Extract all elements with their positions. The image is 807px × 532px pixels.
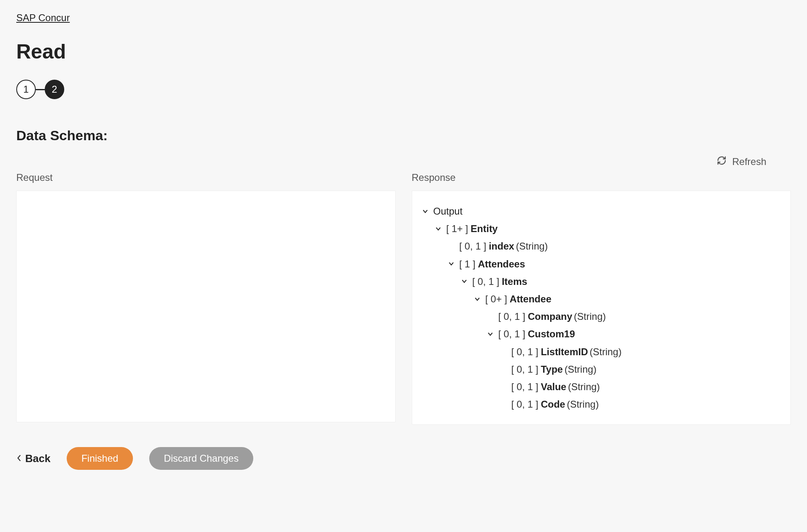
request-column: Request	[16, 172, 396, 425]
refresh-button[interactable]: Refresh	[717, 156, 766, 168]
tree-node-index[interactable]: [ 0, 1 ] index (String)	[420, 237, 783, 255]
chevron-left-icon	[16, 452, 22, 465]
tree-node-code-field[interactable]: [ 0, 1 ] Code (String)	[420, 395, 783, 413]
tree-node-cardinality: [ 0, 1 ]	[498, 325, 526, 343]
tree-node-label: Custom19	[528, 325, 575, 343]
tree-node-attendee[interactable]: [ 0+ ] Attendee	[420, 290, 783, 308]
request-header: Request	[16, 172, 396, 183]
tree-node-cardinality: [ 0, 1 ]	[498, 308, 526, 325]
tree-node-type: (String)	[567, 395, 599, 413]
response-header: Response	[412, 172, 791, 183]
tree-node-label: Attendee	[510, 290, 552, 308]
tree-node-cardinality: [ 1 ]	[459, 255, 476, 273]
tree-node-label: ListItemID	[541, 343, 588, 360]
finished-button[interactable]: Finished	[67, 447, 133, 470]
page-title: Read	[16, 40, 791, 63]
tree-node-output[interactable]: Output	[420, 202, 783, 220]
refresh-label: Refresh	[732, 156, 766, 167]
section-title: Data Schema:	[16, 128, 791, 143]
step-2[interactable]: 2	[45, 80, 64, 99]
tree-node-label: Code	[541, 395, 565, 413]
back-button[interactable]: Back	[16, 452, 50, 465]
tree-node-entity[interactable]: [ 1+ ] Entity	[420, 220, 783, 237]
tree-node-type: (String)	[516, 237, 548, 255]
tree-node-company[interactable]: [ 0, 1 ] Company (String)	[420, 308, 783, 325]
tree-node-type: (String)	[589, 343, 622, 360]
tree-node-cardinality: [ 0, 1 ]	[511, 360, 539, 378]
tree-node-type-field[interactable]: [ 0, 1 ] Type (String)	[420, 360, 783, 378]
tree-node-attendees[interactable]: [ 1 ] Attendees	[420, 255, 783, 273]
tree-node-label: Entity	[471, 220, 498, 237]
tree-node-type: (String)	[564, 360, 596, 378]
tree-node-cardinality: [ 0, 1 ]	[459, 237, 487, 255]
tree-node-custom19[interactable]: [ 0, 1 ] Custom19	[420, 325, 783, 343]
tree-node-cardinality: [ 0, 1 ]	[511, 395, 539, 413]
response-column: Response Output [ 1+ ] Entity	[412, 172, 791, 425]
tree-node-label: Value	[541, 378, 566, 395]
refresh-icon	[717, 156, 727, 168]
breadcrumb-link[interactable]: SAP Concur	[16, 12, 70, 24]
back-label: Back	[25, 452, 50, 465]
tree-node-value-field[interactable]: [ 0, 1 ] Value (String)	[420, 378, 783, 395]
chevron-down-icon	[459, 278, 469, 284]
tree-node-label: index	[489, 237, 514, 255]
tree-node-type: (String)	[568, 378, 600, 395]
tree-node-cardinality: [ 0, 1 ]	[511, 343, 539, 360]
tree-node-items[interactable]: [ 0, 1 ] Items	[420, 273, 783, 290]
tree-node-type: (String)	[574, 308, 606, 325]
chevron-down-icon	[420, 208, 430, 215]
tree-node-label: Items	[502, 273, 527, 290]
tree-node-cardinality: [ 0, 1 ]	[511, 378, 539, 395]
discard-changes-button[interactable]: Discard Changes	[149, 447, 253, 470]
tree-node-cardinality: [ 1+ ]	[446, 220, 468, 237]
chevron-down-icon	[433, 226, 443, 232]
step-connector	[36, 89, 45, 90]
tree-node-label: Type	[541, 360, 563, 378]
wizard-stepper: 1 2	[16, 80, 791, 99]
chevron-down-icon	[485, 331, 495, 337]
response-panel[interactable]: Output [ 1+ ] Entity [ 0, 1 ] index (	[412, 191, 791, 425]
tree-node-label: Company	[528, 308, 572, 325]
tree-node-listitemid[interactable]: [ 0, 1 ] ListItemID (String)	[420, 343, 783, 360]
tree-node-cardinality: [ 0, 1 ]	[472, 273, 500, 290]
step-1[interactable]: 1	[16, 80, 36, 99]
tree-node-label: Attendees	[478, 255, 525, 273]
chevron-down-icon	[472, 296, 482, 302]
chevron-down-icon	[446, 261, 456, 267]
tree-node-label: Output	[433, 202, 463, 220]
request-panel[interactable]	[16, 191, 396, 422]
tree-node-cardinality: [ 0+ ]	[485, 290, 507, 308]
